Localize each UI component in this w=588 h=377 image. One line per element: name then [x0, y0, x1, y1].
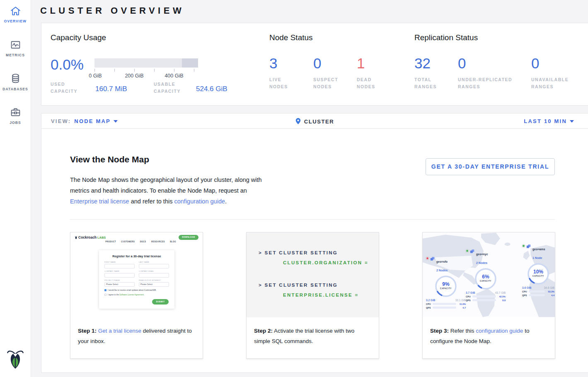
qps-meter — [472, 299, 496, 301]
mini-field-label: COMPANY EMAIL — [139, 270, 169, 272]
mini-download-button: DOWNLOAD — [179, 235, 198, 240]
mini-input — [139, 264, 169, 268]
mini-nav-item: BLOG — [170, 241, 176, 243]
node-status-dot-green — [466, 249, 469, 252]
configuration-guide-link[interactable]: configuration guide — [174, 198, 225, 205]
step1-card: CockroachLABS PRODUCT CUSTOMERS DOCS RES… — [70, 232, 203, 359]
total-capacity: 34.6 GiB — [544, 286, 554, 289]
node-map-heading: View the Node Map — [70, 155, 149, 164]
page-title: CLUSTER OVERVIEW — [40, 5, 184, 16]
mini-input — [139, 273, 169, 278]
get-trial-license-link[interactable]: Get a trial license — [98, 328, 141, 334]
sidebar-item-label: METRICS — [0, 53, 31, 57]
mini-site-nav: CockroachLABS PRODUCT CUSTOMERS DOCS RES… — [70, 232, 203, 243]
locality-geo-ams: geo=ams1 Node 10% CAPACITY 3.6 GiB34.6 G… — [522, 244, 554, 297]
nodes-cube-icon — [430, 256, 435, 261]
sidebar-item-jobs[interactable]: JOBS — [0, 107, 31, 125]
mini-nav-item: DOCS — [140, 241, 146, 243]
sidebar-item-databases[interactable]: DATABASES — [0, 73, 31, 91]
qps-meter — [433, 307, 456, 309]
mini-nav-item: RESOURCES — [151, 241, 165, 243]
time-range-selector[interactable]: LAST 10 MIN — [524, 118, 574, 124]
location-pin-icon — [295, 118, 301, 125]
description-text: . — [225, 198, 227, 205]
mini-nav-item: PRODUCT — [105, 241, 116, 243]
capacity-ring-gauge: 9% CAPACITY — [434, 275, 457, 298]
cpu-label: CPU — [426, 303, 431, 305]
home-icon — [10, 6, 21, 16]
mini-field-label: PROJECT PHASE — [104, 279, 135, 281]
capacity-percent: 10% — [527, 269, 550, 275]
total-capacity: 43.7 GiB — [495, 291, 506, 294]
gauge-tick-label: 200 GiB — [125, 73, 143, 79]
sql-prompt-line: > SET CLUSTER SETTING — [259, 250, 338, 255]
node-map-panel: View the Node Map The Node Map shows the… — [41, 129, 588, 373]
step1-caption: Step 1: Get a trial license delivered st… — [70, 326, 203, 346]
node-status-dot-red — [426, 257, 429, 260]
mini-checkbox — [104, 294, 106, 296]
capacity-ring-gauge: 6% CAPACITY — [474, 267, 497, 290]
suspect-nodes-label: SUSPECT NODES — [313, 76, 342, 90]
mini-checkbox-label: I agree to the Software License Agreemen… — [108, 294, 144, 296]
divider — [70, 219, 555, 220]
live-nodes-count: 3 — [269, 56, 294, 70]
node-status-dot-green — [522, 244, 525, 247]
capacity-label: CAPACITY — [434, 288, 457, 290]
cockroachdb-logo — [0, 349, 31, 371]
mini-submit-button: SUBMIT — [152, 299, 169, 304]
cpu-label: CPU — [466, 295, 471, 298]
description-text: The Node Map shows the geographical layo… — [70, 176, 262, 194]
cluster-summary-panel: Capacity Usage 0.0% 0 GiB 200 GiB 400 Gi… — [41, 23, 588, 106]
enterprise-trial-button[interactable]: GET A 30-DAY ENTERPRISE TRIAL — [426, 158, 555, 175]
cpu-value: 42.5% — [497, 295, 506, 298]
step2-caption: Step 2: Activate the trial license with … — [247, 326, 379, 346]
sidebar-item-overview[interactable]: OVERVIEW — [0, 6, 31, 23]
node-map-preview: geo=sfo2 Nodes 9% CAPACITY 3.2 GiB33.1 G… — [423, 232, 555, 317]
mini-field-label: COMPANY NAME — [104, 270, 135, 272]
cpu-meter — [529, 290, 545, 292]
sidebar-item-label: JOBS — [0, 121, 31, 125]
unavailable-ranges-label: UNAVAILABLE RANGES — [531, 76, 577, 90]
mini-input — [104, 273, 135, 278]
node-map-description: The Node Map shows the geographical layo… — [70, 174, 269, 207]
qps-value: 4.4 — [546, 294, 554, 297]
used-capacity-label: USED CAPACITY — [51, 81, 87, 95]
metrics-icon — [10, 40, 21, 50]
mini-select: Please Select — [139, 282, 169, 287]
mini-nav-item: CUSTOMERS — [121, 241, 135, 243]
capacity-percent: 9% — [434, 281, 457, 287]
total-ranges-count: 32 — [414, 56, 443, 70]
replication-status-title: Replication Status — [414, 33, 478, 42]
sql-code-block: > SET CLUSTER SETTING CLUSTER.ORGANIZATI… — [247, 232, 379, 317]
capacity-gauge: 0 GiB 200 GiB 400 GiB — [94, 58, 198, 80]
sidebar-item-label: OVERVIEW — [0, 19, 31, 23]
capacity-gauge-reserved-segment — [182, 58, 198, 68]
locality-name: geo=nyc — [476, 253, 488, 256]
mini-checkbox-checked — [104, 289, 106, 291]
qps-label: QPS — [522, 294, 528, 297]
sidebar: OVERVIEW METRICS DATABASES JOBS — [0, 0, 31, 377]
mini-select: Please Select — [104, 282, 135, 287]
scope-label: CLUSTER — [304, 118, 334, 125]
jobs-icon — [10, 107, 21, 118]
qps-label: QPS — [426, 307, 431, 309]
dead-nodes-label: DEAD NODES — [357, 76, 382, 90]
unavailable-ranges-count: 0 — [531, 56, 577, 70]
usable-capacity-value: 524.6 GiB — [196, 85, 227, 93]
beetle-icon — [75, 236, 77, 239]
sidebar-item-metrics[interactable]: METRICS — [0, 40, 31, 57]
nodes-cube-icon — [470, 249, 475, 254]
databases-icon — [10, 73, 21, 84]
total-capacity: 33.1 GiB — [455, 299, 466, 302]
enterprise-trial-license-link[interactable]: Enterprise trial license — [70, 198, 129, 205]
description-text: and refer to this — [129, 198, 174, 205]
locality-geo-sfo: geo=sfo2 Nodes 9% CAPACITY 3.2 GiB33.1 G… — [426, 256, 466, 309]
usable-capacity-label: USABLE CAPACITY — [154, 81, 190, 95]
mini-nav-links: PRODUCT CUSTOMERS DOCS RESOURCES BLOG — [102, 237, 176, 244]
cpu-value: 53.3% — [546, 290, 554, 293]
capacity-percent: 0.0% — [51, 56, 84, 73]
used-capacity: 3.7 GiB — [466, 291, 475, 294]
capacity-ring-gauge: 10% CAPACITY — [527, 262, 550, 285]
view-bar: VIEW:NODE MAP CLUSTER LAST 10 MIN — [41, 113, 588, 129]
configuration-guide-link[interactable]: configuration guide — [476, 328, 523, 334]
